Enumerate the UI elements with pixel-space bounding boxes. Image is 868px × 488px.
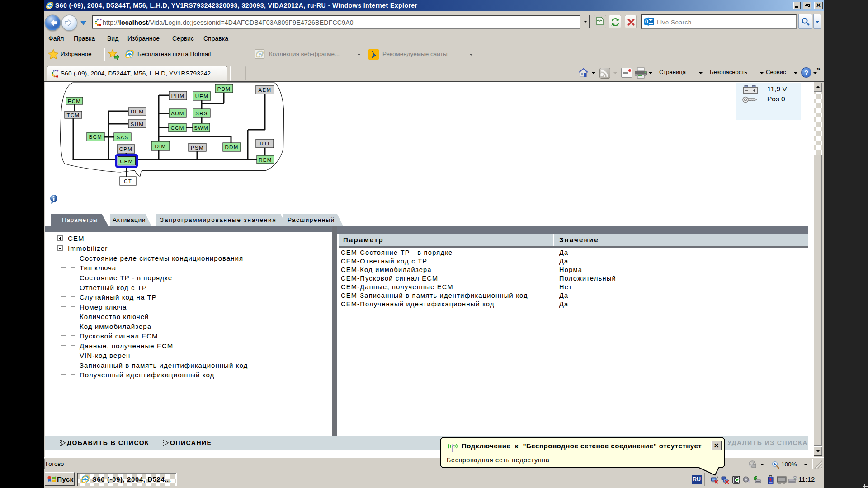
svg-text:TCM: TCM (67, 113, 80, 118)
svg-text:AUM: AUM (171, 111, 184, 116)
svg-text:DDM: DDM (225, 145, 238, 150)
svg-text:CPM: CPM (119, 146, 132, 152)
svg-text:SAS: SAS (117, 135, 129, 140)
svg-text:CT: CT (124, 178, 132, 184)
svg-text:PHM: PHM (171, 93, 184, 99)
svg-text:SWM: SWM (194, 125, 208, 131)
svg-text:BCM: BCM (89, 134, 102, 140)
svg-text:SUM: SUM (131, 122, 144, 127)
svg-text:UEM: UEM (195, 94, 208, 99)
svg-text:PDM: PDM (217, 86, 231, 92)
svg-text:REM: REM (259, 157, 272, 163)
svg-text:ECM: ECM (68, 99, 81, 104)
svg-text:AEM: AEM (259, 87, 272, 93)
svg-text:DEM: DEM (131, 109, 144, 114)
svg-text:CEM: CEM (120, 159, 133, 164)
svg-text:DIM: DIM (155, 144, 166, 149)
svg-text:RTI: RTI (259, 141, 269, 146)
svg-text:SRS: SRS (195, 111, 208, 116)
svg-text:PSM: PSM (191, 145, 204, 150)
svg-text:CCM: CCM (170, 125, 184, 131)
